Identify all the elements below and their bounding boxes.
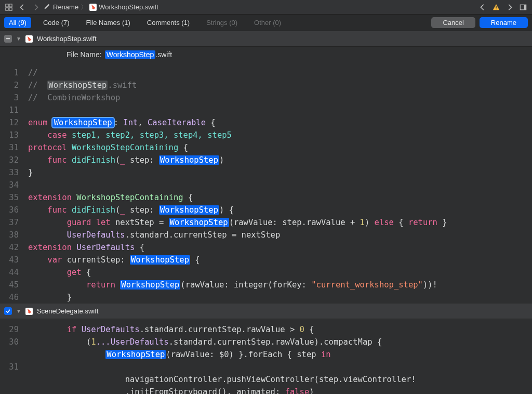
enum-cases: step1, step2, step3, step4, step5 bbox=[67, 130, 232, 140]
scope-bar: All (9) Code (7) File Names (1) Comments… bbox=[0, 15, 532, 31]
keyword: return bbox=[86, 280, 115, 290]
keyword: func bbox=[47, 155, 66, 165]
code-area-2[interactable]: 29 if UserDefaults.standard.currentStep.… bbox=[0, 319, 532, 394]
keyword: let bbox=[91, 218, 110, 227]
svg-rect-0 bbox=[6, 4, 8, 6]
rename-button[interactable]: Rename bbox=[480, 17, 528, 28]
disclosure-triangle-icon[interactable]: ▼ bbox=[16, 36, 21, 42]
text: { bbox=[82, 268, 91, 277]
file2-checkbox[interactable] bbox=[4, 307, 12, 315]
file1-checkbox[interactable] bbox=[4, 35, 12, 43]
svg-rect-1 bbox=[9, 4, 12, 6]
toggle-inspector-icon[interactable] bbox=[517, 2, 529, 12]
gutter: 30 bbox=[0, 336, 24, 348]
nav-left: Rename 〉 WorkshopStep.swift bbox=[3, 2, 477, 12]
keyword: extension bbox=[28, 193, 72, 202]
func-name: didFinish bbox=[67, 205, 115, 215]
text: (rawValue: integer(forKey: bbox=[180, 280, 311, 290]
disclosure-triangle-icon[interactable]: ▼ bbox=[16, 308, 21, 314]
gutter bbox=[0, 348, 24, 361]
related-items-icon[interactable] bbox=[3, 2, 15, 12]
rename-occurrence[interactable]: WorkshopStep bbox=[120, 280, 180, 290]
keyword: protocol bbox=[28, 143, 67, 152]
text: ))! bbox=[423, 280, 437, 290]
rename-occurrence[interactable]: WorkshopStep bbox=[105, 350, 166, 359]
keyword: var bbox=[47, 255, 62, 265]
keyword: extension bbox=[28, 243, 72, 252]
comment: // CombineWorkshop bbox=[28, 93, 120, 102]
rename-primary-occurrence[interactable]: WorkshopStep bbox=[52, 118, 114, 127]
scope-actions: Cancel Rename bbox=[431, 17, 528, 28]
number: 1 bbox=[360, 218, 365, 227]
gutter: 32 bbox=[0, 154, 24, 166]
keyword: _ bbox=[120, 155, 125, 165]
number: 1 bbox=[91, 337, 96, 347]
keyword: guard bbox=[67, 218, 91, 227]
gutter: 36 bbox=[0, 204, 24, 216]
gutter: 45 bbox=[0, 279, 24, 291]
text: ( bbox=[115, 155, 120, 165]
text: nextStep = bbox=[111, 218, 169, 227]
code-area-1[interactable]: 1// 2// WorkshopStep.swift 3// CombineWo… bbox=[0, 62, 532, 304]
svg-rect-4 bbox=[496, 6, 496, 8]
gutter: 44 bbox=[0, 266, 24, 279]
keyword: in bbox=[321, 350, 331, 359]
nav-right bbox=[477, 2, 529, 12]
nav-forward-icon[interactable] bbox=[30, 2, 42, 12]
gutter: 2 bbox=[0, 79, 24, 91]
scope-tab-comments[interactable]: Comments (1) bbox=[142, 17, 194, 28]
gutter bbox=[0, 373, 24, 386]
type: CaseIterable bbox=[148, 118, 206, 127]
svg-rect-7 bbox=[524, 5, 526, 10]
nav-next-issue-icon[interactable] bbox=[504, 2, 515, 12]
text: .standard.currentStep.rawValue).compactM… bbox=[169, 337, 382, 347]
text: .standard.currentStep.rawValue > bbox=[140, 325, 300, 334]
gutter: 38 bbox=[0, 229, 24, 241]
nav-back-icon[interactable] bbox=[17, 2, 28, 12]
cancel-button[interactable]: Cancel bbox=[431, 17, 475, 28]
text: ) bbox=[365, 218, 375, 227]
gutter: 29 bbox=[0, 323, 24, 336]
comment: .swift bbox=[108, 81, 137, 90]
text: ( bbox=[115, 205, 120, 215]
breadcrumb[interactable]: Rename 〉 WorkshopStep.swift bbox=[44, 3, 158, 12]
text: { bbox=[304, 325, 314, 334]
text: currentStep: bbox=[62, 255, 130, 265]
text: .standard.currentStep = nextStep bbox=[125, 230, 281, 240]
warning-triangle-icon[interactable] bbox=[490, 2, 502, 12]
scope-tab-code[interactable]: Code (7) bbox=[38, 17, 74, 28]
keyword: _ bbox=[120, 205, 125, 215]
scope-tab-strings[interactable]: Strings (0) bbox=[202, 17, 242, 28]
filename-ext: .swift bbox=[155, 50, 172, 59]
scope-tab-filenames[interactable]: File Names (1) bbox=[82, 17, 135, 28]
filename-row: File Name: WorkshopStep .swift bbox=[0, 47, 532, 62]
type: UserDefaults bbox=[76, 325, 139, 334]
rename-occurrence[interactable]: WorkshopStep bbox=[169, 218, 229, 227]
type-name: WorkshopStepContaining bbox=[67, 143, 179, 152]
type-name: WorkshopStepContaining bbox=[72, 193, 183, 202]
file1-header[interactable]: ▼ WorkshopStep.swift bbox=[0, 31, 532, 47]
swift-file-icon bbox=[89, 4, 97, 11]
text: ) bbox=[309, 387, 314, 394]
text: { bbox=[178, 143, 188, 152]
scope-tab-other[interactable]: Other (0) bbox=[249, 17, 286, 28]
scope-tab-all[interactable]: All (9) bbox=[4, 17, 31, 28]
gutter: 12 bbox=[0, 116, 24, 129]
rename-occurrence[interactable]: WorkshopStep bbox=[159, 205, 219, 215]
text: { bbox=[206, 118, 216, 127]
number: 0 bbox=[300, 325, 304, 334]
filename-edit-field[interactable]: WorkshopStep bbox=[105, 50, 156, 59]
text: , bbox=[138, 118, 148, 127]
rename-occurrence-comment[interactable]: WorkshopStep bbox=[47, 81, 108, 90]
text: .initFromStoryboard(), animated: bbox=[125, 387, 285, 394]
file2-header[interactable]: ▼ SceneDelegate.swift bbox=[0, 304, 532, 319]
rename-occurrence[interactable]: WorkshopStep bbox=[130, 255, 190, 265]
text: { bbox=[135, 243, 144, 252]
keyword: get bbox=[67, 268, 82, 277]
rename-occurrence[interactable]: WorkshopStep bbox=[159, 155, 219, 165]
nav-prev-issue-icon[interactable] bbox=[477, 2, 488, 12]
gutter: 35 bbox=[0, 191, 24, 204]
pencil-icon bbox=[44, 3, 51, 11]
text bbox=[115, 280, 120, 290]
text: (rawValue: step.rawValue + bbox=[229, 218, 360, 227]
